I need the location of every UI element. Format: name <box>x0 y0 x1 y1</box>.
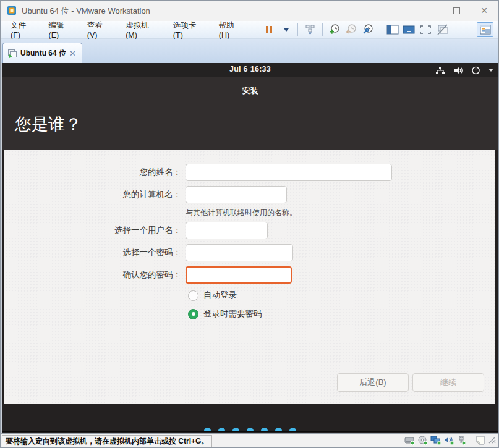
fullscreen-icon <box>419 25 432 35</box>
progress-dot <box>275 428 282 432</box>
message-log-icon[interactable] <box>476 436 485 445</box>
fullscreen-button[interactable] <box>417 22 434 37</box>
progress-dot <box>289 428 296 432</box>
menu-file[interactable]: 文件(F) <box>6 18 41 42</box>
progress-dot <box>261 428 268 432</box>
computer-name-hint: 与其他计算机联络时使用的名称。 <box>186 208 297 218</box>
computer-name-label: 您的计算机名： <box>4 189 181 200</box>
manage-snapshots-button[interactable] <box>360 22 377 37</box>
menu-vm[interactable]: 虚拟机(M) <box>121 18 165 42</box>
pause-dropdown-button[interactable] <box>278 22 294 37</box>
password-input[interactable] <box>186 244 293 261</box>
tab-ubuntu-64[interactable]: Ubuntu 64 位 ✕ <box>2 43 82 63</box>
send-ctrl-alt-del-icon <box>305 24 316 35</box>
progress-dot <box>232 428 239 432</box>
radio-unselected-icon[interactable] <box>188 290 198 301</box>
tab-close-icon[interactable]: ✕ <box>68 49 77 58</box>
vmware-app-icon <box>7 6 17 15</box>
panel-clock[interactable]: Jul 6 16:33 <box>2 65 498 74</box>
menu-view[interactable]: 查看(V) <box>82 18 117 42</box>
library-panel-icon <box>386 25 399 35</box>
auto-login-label: 自动登录 <box>203 290 237 301</box>
pause-vm-button[interactable] <box>261 22 278 37</box>
panel-menu-caret-icon[interactable] <box>488 69 493 72</box>
password-label: 选择一个密码： <box>4 247 181 258</box>
name-input[interactable] <box>186 164 392 181</box>
auto-login-option[interactable]: 自动登录 <box>188 290 237 301</box>
window-title: Ubuntu 64 位 - VMware Workstation <box>22 6 150 17</box>
take-snapshot-button[interactable] <box>326 22 343 37</box>
status-separator <box>471 435 471 445</box>
network-icon[interactable] <box>435 66 445 75</box>
resize-grip-icon[interactable] <box>488 436 497 444</box>
installer-footer <box>2 404 498 432</box>
page-title: 您是谁？ <box>15 113 82 135</box>
maximize-button[interactable] <box>446 4 466 17</box>
vm-tab-icon <box>7 49 17 58</box>
menubar: 文件(F) 编辑(E) 查看(V) 虚拟机(M) 选项卡(T) 帮助(H) <box>1 21 498 39</box>
snapshot-revert-icon <box>345 23 357 36</box>
network-adapter-icon[interactable] <box>430 436 441 445</box>
confirm-password-input[interactable] <box>186 266 292 284</box>
vmware-window: Ubuntu 64 位 - VMware Workstation ✕ 文件(F)… <box>0 0 499 448</box>
toolbar-separator <box>322 23 323 36</box>
unity-mode-button[interactable] <box>434 22 451 37</box>
vm-screen[interactable]: Jul 6 16:33 安装 <box>1 63 498 433</box>
minimize-button[interactable] <box>419 4 438 17</box>
toolbar-separator <box>257 23 257 36</box>
close-button[interactable]: ✕ <box>474 4 494 17</box>
power-icon[interactable] <box>471 66 480 75</box>
show-library-button[interactable] <box>384 22 401 37</box>
installer-header: 安装 您是谁？ <box>2 77 498 150</box>
username-input[interactable] <box>186 222 268 239</box>
console-view-icon <box>403 25 415 34</box>
unity-mode-icon <box>436 24 448 35</box>
progress-dot <box>218 428 225 432</box>
tabbar: Ubuntu 64 位 ✕ <box>1 39 498 63</box>
installer-form: 您的姓名： 您的计算机名： 与其他计算机联络时使用的名称。 选择一个用户名： 选… <box>4 150 495 404</box>
thumbnail-bar-icon <box>480 25 491 35</box>
cd-rom-icon[interactable] <box>417 436 428 445</box>
tab-label: Ubuntu 64 位 <box>20 48 68 59</box>
back-button[interactable]: 后退(B) <box>337 373 409 392</box>
progress-dot <box>247 428 254 432</box>
thumbnail-bar-toggle-button[interactable] <box>477 22 493 37</box>
toolbar-separator <box>454 23 454 36</box>
snapshot-manage-icon <box>362 23 374 36</box>
hard-disk-icon[interactable] <box>404 436 415 445</box>
require-password-option[interactable]: 登录时需要密码 <box>188 308 262 319</box>
require-password-label: 登录时需要密码 <box>203 308 262 319</box>
status-message: 要将输入定向到该虚拟机，请在虚拟机内部单击或按 Ctrl+G。 <box>2 435 212 447</box>
sound-icon[interactable] <box>444 436 454 445</box>
installer-window-title: 安装 <box>2 85 498 96</box>
send-ctrl-alt-del-button[interactable] <box>302 22 318 37</box>
toolbar-separator <box>297 23 298 36</box>
toolbar-separator <box>380 23 380 36</box>
statusbar: 要将输入定向到该虚拟机，请在虚拟机内部单击或按 Ctrl+G。 <box>1 433 498 448</box>
menu-tabs[interactable]: 选项卡(T) <box>168 18 211 42</box>
revert-snapshot-button[interactable] <box>343 22 360 37</box>
computer-name-input[interactable] <box>186 186 287 203</box>
console-view-button[interactable] <box>401 22 417 37</box>
snapshot-add-icon <box>328 23 341 36</box>
menu-edit[interactable]: 编辑(E) <box>44 18 79 42</box>
progress-dots <box>2 428 498 432</box>
username-label: 选择一个用户名： <box>4 225 181 236</box>
progress-dot <box>204 428 211 432</box>
volume-icon[interactable] <box>453 66 463 75</box>
pause-icon <box>265 25 273 35</box>
confirm-password-label: 确认您的密码： <box>4 269 181 281</box>
chevron-down-icon <box>284 28 289 32</box>
usb-icon[interactable] <box>457 436 466 445</box>
menu-help[interactable]: 帮助(H) <box>214 18 250 42</box>
ubuntu-top-panel: Jul 6 16:33 <box>2 63 498 77</box>
name-label: 您的姓名： <box>4 167 181 178</box>
radio-selected-icon[interactable] <box>188 309 198 319</box>
continue-button[interactable]: 继续 <box>412 373 484 392</box>
